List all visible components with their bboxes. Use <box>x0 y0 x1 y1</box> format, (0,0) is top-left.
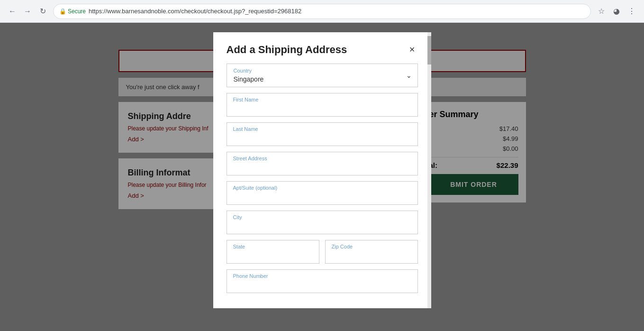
state-field[interactable]: State <box>227 240 319 264</box>
city-field[interactable]: City <box>227 211 418 234</box>
secure-badge: 🔒 Secure <box>59 8 86 15</box>
modal-body[interactable]: Country Singapore ⌄ First Name Last Name… <box>213 64 431 308</box>
phone-number-input[interactable] <box>227 269 418 293</box>
country-field[interactable]: Country Singapore ⌄ <box>227 64 418 87</box>
first-name-input[interactable] <box>227 93 418 117</box>
street-address-field[interactable]: Street Address <box>227 152 418 175</box>
page-background: BARNES & NOBLE U You're just one click a… <box>0 23 644 331</box>
zip-code-field[interactable]: Zip Code <box>325 240 418 264</box>
street-address-input[interactable] <box>227 152 418 175</box>
bookmark-button[interactable]: ☆ <box>595 5 608 18</box>
modal-scrollbar[interactable] <box>427 32 431 308</box>
last-name-field[interactable]: Last Name <box>227 122 418 146</box>
reload-button[interactable]: ↻ <box>36 5 49 18</box>
secure-label: Secure <box>68 8 86 15</box>
lock-icon: 🔒 <box>59 8 66 15</box>
back-button[interactable]: ← <box>6 5 19 18</box>
phone-number-field[interactable]: Phone Number <box>227 269 418 293</box>
first-name-field[interactable]: First Name <box>227 93 418 117</box>
modal-overlay: Add a Shipping Address × Country Singapo… <box>0 23 644 331</box>
nav-buttons: ← → ↻ <box>6 5 49 18</box>
apt-suite-field[interactable]: Apt/Suite (optional) <box>227 181 418 205</box>
forward-button[interactable]: → <box>21 5 34 18</box>
url-text: https://www.barnesandnoble.com/checkout/… <box>89 8 301 15</box>
modal-title: Add a Shipping Address <box>227 44 347 56</box>
profile-button[interactable]: ◕ <box>610 5 623 18</box>
state-input[interactable] <box>227 240 319 264</box>
modal-close-button[interactable]: × <box>407 44 418 55</box>
menu-button[interactable]: ⋮ <box>625 5 638 18</box>
state-zip-row: State Zip Code <box>227 240 418 264</box>
browser-chrome: ← → ↻ 🔒 Secure https://www.barnesandnobl… <box>0 0 644 23</box>
city-input[interactable] <box>227 211 418 234</box>
browser-actions: ☆ ◕ ⋮ <box>595 5 638 18</box>
modal-scrollbar-thumb <box>427 36 431 64</box>
last-name-input[interactable] <box>227 122 418 146</box>
shipping-address-modal: Add a Shipping Address × Country Singapo… <box>213 32 431 308</box>
address-bar[interactable]: 🔒 Secure https://www.barnesandnoble.com/… <box>53 4 591 19</box>
country-value: Singapore <box>227 64 417 87</box>
modal-header: Add a Shipping Address × <box>213 32 431 64</box>
zip-code-input[interactable] <box>325 240 418 264</box>
apt-suite-input[interactable] <box>227 181 418 205</box>
